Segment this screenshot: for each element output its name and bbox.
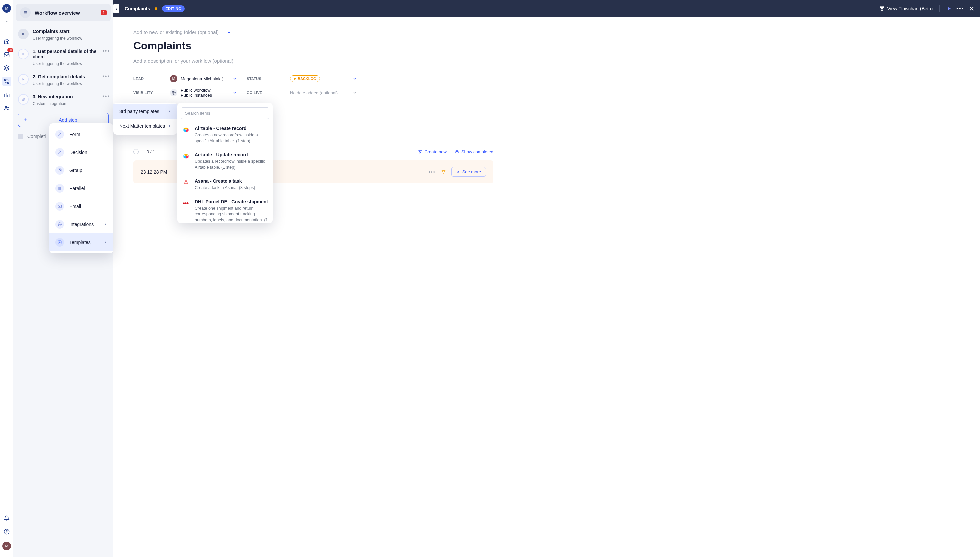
svg-point-10 xyxy=(7,533,7,533)
template-title: Airtable - Update record xyxy=(195,152,268,157)
menu-item-form[interactable]: Form xyxy=(49,125,113,143)
view-flowchart-button[interactable]: View Flowchart (Beta) xyxy=(879,6,933,11)
svg-point-27 xyxy=(59,133,61,134)
add-step-menu: Form Decision Group Parallel Email Integ… xyxy=(49,123,113,253)
workspace-chevron-icon[interactable] xyxy=(2,17,11,26)
step-title: 1. Get personal details of the client xyxy=(33,49,109,59)
completion-label: Completi xyxy=(27,134,46,139)
svg-rect-18 xyxy=(880,7,881,8)
template-item[interactable]: Asana - Create a taskCreate a task in As… xyxy=(177,174,273,195)
chevron-down-icon xyxy=(233,77,237,81)
menu-item-integrations[interactable]: Integrations xyxy=(49,215,113,233)
step-sub: User triggering the workflow xyxy=(33,36,82,41)
inbox-icon[interactable]: 80 xyxy=(2,50,11,59)
step-row-3[interactable]: 3. New integration Custom integration ••… xyxy=(13,90,113,110)
filter-icon[interactable] xyxy=(441,169,446,174)
step-more-icon[interactable]: ••• xyxy=(103,48,110,54)
svg-point-2 xyxy=(7,82,9,84)
milestone-count: 0 / 1 xyxy=(147,149,155,154)
eye-icon xyxy=(455,149,459,154)
step-row-1[interactable]: 1. Get personal details of the client Us… xyxy=(13,45,113,70)
more-icon[interactable]: ••• xyxy=(956,6,964,11)
step-more-icon[interactable]: ••• xyxy=(103,93,110,99)
step-title: 3. New integration xyxy=(33,94,73,99)
chevron-down-icon xyxy=(353,77,357,81)
template-desc: Creates a new record/row inside a specif… xyxy=(195,132,268,144)
step-row-start[interactable]: Complaints start User triggering the wor… xyxy=(13,24,113,45)
svg-marker-0 xyxy=(4,66,9,68)
lead-selector[interactable]: M Magdalena Michalak (... xyxy=(170,75,237,82)
user-step-icon xyxy=(18,74,29,85)
menu-item-templates[interactable]: Templates xyxy=(49,233,113,251)
analytics-icon[interactable] xyxy=(2,90,11,99)
workflows-icon[interactable] xyxy=(2,77,11,86)
template-search-input[interactable] xyxy=(181,107,269,119)
collapse-panel-button[interactable]: ◂ xyxy=(113,4,119,13)
svg-point-28 xyxy=(59,151,61,152)
close-icon[interactable] xyxy=(969,6,975,11)
template-desc: Updates a record/row inside a specific A… xyxy=(195,159,268,170)
submenu-3rd-party[interactable]: 3rd party templates xyxy=(113,104,177,119)
step-row-2[interactable]: 2. Get complaint details User triggering… xyxy=(13,70,113,90)
workspace-avatar[interactable]: M xyxy=(2,4,11,13)
menu-item-group[interactable]: Group xyxy=(49,161,113,179)
description-placeholder[interactable]: Add a description for your workflow (opt… xyxy=(133,58,493,64)
parallel-icon xyxy=(55,184,64,193)
svg-point-46 xyxy=(184,182,186,184)
plus-icon: ＋ xyxy=(23,116,28,123)
visibility-selector[interactable]: Public workflow, Public instances xyxy=(170,88,237,98)
svg-point-45 xyxy=(185,180,187,182)
workflow-overview-header[interactable]: Workflow overview 1 xyxy=(16,4,111,21)
step-more-icon[interactable]: ••• xyxy=(103,73,110,79)
status-badge: BACKLOG xyxy=(290,75,320,82)
help-icon[interactable] xyxy=(2,527,11,536)
integration-step-icon xyxy=(18,94,29,105)
card-more-icon[interactable]: ••• xyxy=(429,169,436,175)
svg-rect-29 xyxy=(58,169,61,172)
run-icon[interactable] xyxy=(946,6,952,11)
add-step-label: Add step xyxy=(33,117,104,123)
show-completed-button[interactable]: Show completed xyxy=(455,149,493,154)
status-dot-icon xyxy=(155,7,157,10)
golive-selector[interactable]: No date added (optional) xyxy=(290,90,357,95)
completion-icon xyxy=(18,134,23,139)
layers-icon[interactable] xyxy=(2,64,11,73)
submenu-nextmatter[interactable]: Next Matter templates xyxy=(113,119,177,134)
topbar: ◂ Complaints EDITING View Flowchart (Bet… xyxy=(113,0,980,17)
overview-badge: 1 xyxy=(101,10,107,15)
chevron-right-icon xyxy=(167,109,171,113)
menu-item-email[interactable]: Email xyxy=(49,197,113,215)
template-item[interactable]: Airtable - Create recordCreates a new re… xyxy=(177,122,273,148)
create-new-button[interactable]: Create new xyxy=(418,149,446,154)
golive-label: GO LIVE xyxy=(247,91,280,94)
template-logo-icon: DHL xyxy=(182,199,190,207)
template-desc: Create one shipment and return correspon… xyxy=(195,206,268,224)
svg-point-1 xyxy=(4,79,6,81)
overview-title: Workflow overview xyxy=(35,10,97,16)
status-selector[interactable]: BACKLOG xyxy=(290,75,357,82)
template-logo-icon xyxy=(182,178,190,186)
template-desc: Create a task in Asana. (3 steps) xyxy=(195,185,255,191)
svg-marker-21 xyxy=(947,7,951,11)
bell-icon[interactable] xyxy=(2,514,11,523)
template-item[interactable]: Airtable - Update recordUpdates a record… xyxy=(177,148,273,174)
play-icon xyxy=(18,29,29,39)
main-area: ◂ Complaints EDITING View Flowchart (Bet… xyxy=(113,0,980,557)
milestone-progress-icon xyxy=(133,149,139,154)
visibility-label: VISIBILITY xyxy=(133,91,160,94)
user-avatar[interactable]: M xyxy=(2,542,11,550)
home-icon[interactable] xyxy=(2,37,11,46)
see-more-button[interactable]: See more xyxy=(451,167,486,177)
folder-selector[interactable]: Add to new or existing folder (optional) xyxy=(133,29,493,35)
menu-item-decision[interactable]: Decision xyxy=(49,143,113,161)
steps-panel: Workflow overview 1 Complaints start Use… xyxy=(13,0,113,557)
template-item[interactable]: DHLDHL Parcel DE - Create shipmentCreate… xyxy=(177,195,273,224)
lead-avatar: M xyxy=(170,75,177,82)
editing-pill: EDITING xyxy=(162,5,185,12)
team-icon[interactable] xyxy=(2,103,11,113)
workflow-name: Complaints xyxy=(125,6,150,11)
step-sub: User triggering the workflow xyxy=(33,81,85,86)
menu-item-parallel[interactable]: Parallel xyxy=(49,179,113,197)
page-title[interactable]: Complaints xyxy=(133,40,493,52)
inbox-badge: 80 xyxy=(7,48,13,52)
